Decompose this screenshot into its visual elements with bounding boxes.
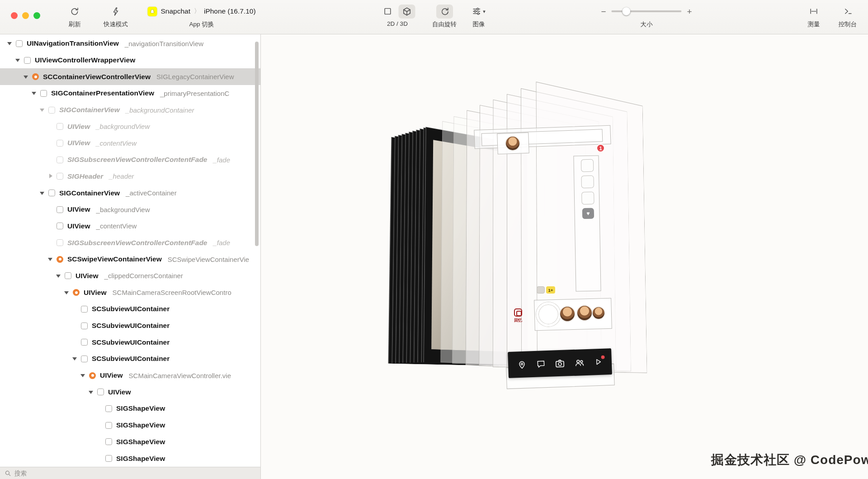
tree-row[interactable]: SIGShapeView (0, 434, 260, 451)
disclosure-spacer (46, 223, 55, 230)
refresh-button[interactable] (66, 5, 83, 19)
free-rotate-button[interactable] (436, 5, 453, 19)
sliders-icon (472, 7, 481, 16)
disclosure-triangle[interactable] (46, 256, 55, 263)
measure-group: 测量 (805, 4, 822, 28)
node-detail: _contentView (96, 222, 137, 230)
tree-row[interactable]: UIView_backgroundView (0, 201, 260, 218)
camera-tab-icon (555, 358, 566, 369)
sidebar-scrollbar[interactable] (255, 42, 259, 246)
tree-row[interactable]: UIView_contentView (0, 218, 260, 235)
notification-badge: 1 (596, 144, 605, 152)
search-input[interactable] (14, 470, 105, 477)
tree-row[interactable]: SIGShapeView (0, 400, 260, 417)
minimize-button[interactable] (22, 12, 29, 19)
node-detail: SCMainCameraScreenRootViewContro (113, 289, 231, 296)
story-thumbnail (581, 192, 594, 204)
disclosure-triangle[interactable] (14, 57, 23, 64)
view-icon (48, 190, 55, 196)
tree-row[interactable]: SIGSubscreenViewControllerContentFade_fa… (0, 152, 260, 168)
image-options-button[interactable]: ▾ (468, 5, 489, 18)
view-controller-icon (32, 73, 39, 80)
tree-row[interactable]: UIView (0, 384, 260, 400)
disclosure-triangle[interactable] (79, 372, 88, 379)
app-switcher-button[interactable]: Snapchat 〉 iPhone (16.7.10) (147, 7, 255, 16)
tree-row[interactable]: SCSubviewUIContainer (0, 334, 260, 351)
spotlight-tab-icon (594, 357, 603, 367)
friends-badge-count: 1+ (548, 288, 553, 293)
tree-row[interactable]: SIGContainerView_backgroundContainer (0, 102, 260, 119)
tree-row[interactable]: UIView_clippedCornersContainer (0, 268, 260, 285)
disclosure-triangle[interactable] (38, 190, 47, 197)
tree-row[interactable]: SIGSubscreenViewControllerContentFade_fa… (0, 234, 260, 251)
tree-row[interactable]: UIViewSCMainCameraScreenRootViewContro (0, 284, 260, 301)
tree-row[interactable]: UIViewSCMainCameraViewController.vie (0, 367, 260, 384)
tree-row[interactable]: SCSwipeViewContainerViewSCSwipeViewConta… (0, 251, 260, 268)
measure-button[interactable] (805, 5, 822, 18)
tree-row[interactable]: SCSubviewUIContainer (0, 301, 260, 318)
zoom-slider-knob[interactable] (622, 7, 630, 15)
node-class-name: UINavigationTransitionView (27, 39, 119, 47)
free-rotate-group: 自由旋转 (432, 4, 457, 28)
quick-mode-label: 快速模式 (104, 20, 128, 28)
tree-row[interactable]: SIGShapeView (0, 417, 260, 434)
node-detail: _backgroundView (96, 123, 150, 130)
tree-row[interactable]: SIGContainerPresentationView_primaryPres… (0, 85, 260, 102)
disclosure-spacer (71, 305, 80, 313)
app-name: Snapchat (160, 7, 190, 15)
view-controller-icon (73, 289, 80, 296)
disclosure-spacer (71, 339, 80, 346)
view-icon (81, 339, 88, 346)
view-icon (105, 455, 112, 462)
story-thumbnail (581, 159, 594, 172)
zoom-out-button[interactable]: − (601, 7, 606, 16)
tree-row[interactable]: SIGHeader_header (0, 168, 260, 185)
node-class-name: UIView (67, 139, 90, 147)
node-class-name: SCSubviewUIContainer (92, 338, 170, 346)
node-class-name: SIGShapeView (116, 404, 165, 413)
tree-row[interactable]: SIGContainerView_activeContainer (0, 185, 260, 201)
tree-row[interactable]: UINavigationTransitionView_navigationTra… (0, 35, 260, 52)
disclosure-triangle[interactable] (71, 355, 80, 362)
tree-row[interactable]: SCSubviewUIContainer (0, 318, 260, 334)
zoom-in-button[interactable]: + (687, 7, 692, 16)
disclosure-triangle[interactable] (5, 40, 14, 47)
2d-mode-button[interactable] (380, 5, 396, 18)
disclosure-spacer (46, 139, 55, 147)
view-icon (57, 239, 63, 246)
node-class-name: UIView (100, 371, 123, 379)
console-icon (843, 7, 853, 16)
measure-icon (809, 7, 819, 16)
friend-avatar (576, 305, 593, 321)
3d-mode-button[interactable] (399, 5, 415, 19)
disclosure-triangle[interactable] (22, 73, 31, 81)
app-switcher-group: Snapchat 〉 iPhone (16.7.10) App 切换 (147, 4, 255, 28)
notification-count: 1 (599, 146, 602, 151)
tree-row[interactable]: UIViewControllerWrapperView (0, 52, 260, 69)
disclosure-triangle[interactable] (30, 90, 39, 97)
zoom-slider[interactable] (612, 10, 682, 12)
disclosure-triangle[interactable] (87, 389, 96, 396)
disclosure-triangle[interactable] (38, 106, 47, 114)
fullscreen-button[interactable] (33, 12, 40, 19)
disclosure-triangle[interactable] (62, 289, 71, 296)
console-button[interactable] (840, 5, 856, 18)
node-class-name: SCSubviewUIContainer (92, 322, 170, 330)
tree-row[interactable]: UIView_contentView (0, 135, 260, 152)
window-toolbar: 刷新 快速模式 Snapchat 〉 iPhone (16.7.10) App … (0, 0, 868, 34)
close-button[interactable] (11, 12, 18, 19)
disclosure-spacer (46, 206, 55, 213)
disclosure-spacer (95, 422, 104, 429)
view-icon (57, 223, 63, 229)
quick-mode-button[interactable] (108, 5, 124, 19)
app-switcher-label: App 切换 (189, 20, 214, 28)
view-controller-icon (89, 372, 96, 379)
tree-row[interactable]: SIGShapeView (0, 450, 260, 467)
disclosure-triangle[interactable] (54, 272, 63, 280)
disclosure-triangle[interactable] (46, 173, 55, 180)
tree-row[interactable]: SCSubviewUIContainer (0, 351, 260, 367)
tree-row[interactable]: SCContainerViewControllerViewSIGLegacyCo… (0, 68, 260, 85)
node-class-name: SIGShapeView (116, 438, 165, 446)
tree-row[interactable]: UIView_backgroundView (0, 118, 260, 135)
rotate-icon (440, 7, 449, 16)
